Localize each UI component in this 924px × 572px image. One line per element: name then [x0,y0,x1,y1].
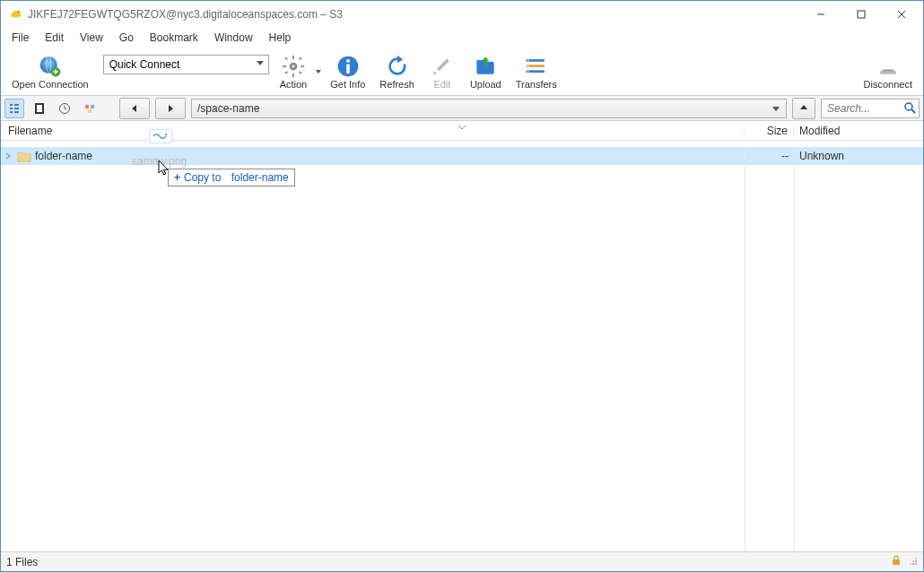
status-bar: 1 Files [1,551,923,571]
svg-rect-9 [292,73,294,76]
menu-view[interactable]: View [73,30,110,46]
quick-connect-dropdown[interactable] [103,55,269,74]
svg-rect-13 [299,71,302,74]
minimize-button[interactable] [800,2,841,27]
svg-rect-22 [528,59,545,62]
action-label: Action [280,79,308,90]
svg-point-44 [915,558,917,559]
title-bar: JIKFEJ72FEGWTQG5RZOX@nyc3.digitaloceansp… [1,1,923,28]
svg-rect-15 [284,71,288,74]
path-input[interactable] [191,99,787,118]
svg-rect-26 [526,65,527,67]
disconnect-button[interactable]: Disconnect [857,52,920,91]
expand-chevron-icon[interactable] [4,152,13,160]
svg-point-32 [85,104,89,108]
menu-bar: File Edit View Go Bookmark Window Help [1,28,923,48]
svg-rect-19 [346,64,350,74]
refresh-button[interactable]: Refresh [372,52,422,91]
edit-label: Edit [433,79,450,90]
menu-window[interactable]: Window [207,30,260,46]
file-list[interactable]: folder-name -- Unknown [1,147,923,551]
column-modified[interactable]: Modified [794,125,923,137]
row-name: folder-name [35,150,92,162]
svg-point-42 [910,563,911,565]
svg-point-40 [912,563,914,565]
svg-rect-25 [526,59,527,62]
svg-point-34 [88,108,92,112]
bonjour-icon[interactable] [80,99,100,118]
folder-icon [17,150,31,162]
svg-rect-23 [528,65,545,67]
svg-rect-2 [858,11,865,18]
navigation-bar [1,96,923,121]
toolbar: Open Connection Action Get Info Refresh … [1,48,923,96]
disconnect-label: Disconnect [864,79,912,90]
plus-icon: + [174,171,180,184]
svg-rect-10 [283,65,286,67]
svg-point-39 [915,563,917,565]
column-filename[interactable]: Filename [1,125,745,137]
nav-back-button[interactable] [119,98,150,119]
upload-label: Upload [470,79,501,90]
column-size[interactable]: Size [745,125,794,137]
menu-go[interactable]: Go [112,30,141,46]
action-dropdown-arrow[interactable] [314,54,323,90]
svg-rect-28 [880,71,896,74]
svg-rect-30 [37,105,42,112]
bookmarks-icon[interactable] [30,99,49,118]
row-size: -- [745,150,794,162]
svg-point-43 [912,560,914,562]
svg-point-18 [346,58,350,62]
nav-forward-button[interactable] [155,98,186,119]
transfers-label: Transfers [516,79,557,90]
upload-button[interactable]: Upload [463,52,509,91]
menu-edit[interactable]: Edit [38,30,71,46]
svg-point-0 [18,11,19,12]
svg-point-33 [91,104,94,108]
view-list-icon[interactable] [4,99,24,118]
row-modified: Unknown [794,150,923,162]
app-icon [8,7,22,22]
lock-icon [891,555,902,568]
search-icon [903,101,916,117]
action-button[interactable]: Action [273,52,315,91]
menu-file[interactable]: File [4,30,36,46]
svg-rect-12 [284,56,288,60]
svg-point-16 [292,65,295,68]
svg-rect-27 [526,70,527,73]
menu-help[interactable]: Help [262,30,299,46]
svg-rect-38 [893,559,900,565]
svg-point-37 [165,134,167,135]
close-button[interactable] [881,2,921,27]
menu-bookmark[interactable]: Bookmark [143,30,205,46]
maximize-button[interactable] [841,2,881,27]
svg-line-36 [911,109,915,113]
status-text: 1 Files [6,556,38,568]
open-connection-button[interactable]: Open Connection [4,52,96,91]
get-info-button[interactable]: Get Info [323,52,372,91]
column-headers: Filename Size Modified [1,121,923,141]
svg-point-35 [905,103,912,110]
open-connection-label: Open Connection [12,79,89,90]
drop-tooltip: + Copy to folder-name [168,169,295,186]
edit-button[interactable]: Edit [422,52,463,91]
svg-rect-11 [301,65,304,67]
nav-up-button[interactable] [792,98,815,119]
window-title: JIKFEJ72FEGWTQG5RZOX@nyc3.digitaloceansp… [28,8,800,21]
sort-indicator-icon [458,120,466,133]
svg-point-41 [915,560,917,562]
svg-rect-24 [528,70,545,73]
get-info-label: Get Info [330,79,365,90]
resize-grip-icon[interactable] [907,555,918,568]
history-icon[interactable] [55,99,74,118]
kind-badge[interactable] [149,129,172,143]
refresh-label: Refresh [379,79,414,90]
svg-rect-14 [299,56,302,60]
svg-rect-8 [292,55,294,58]
table-row[interactable]: folder-name -- Unknown [1,147,923,165]
transfers-button[interactable]: Transfers [509,52,564,91]
